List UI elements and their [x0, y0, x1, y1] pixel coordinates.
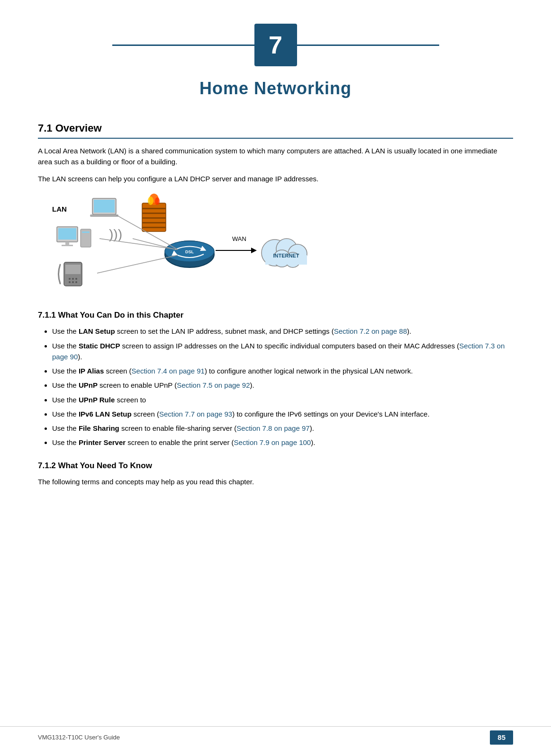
svg-point-18	[148, 196, 154, 205]
section-71-heading: 7.1 Overview	[38, 120, 513, 139]
svg-point-38	[69, 281, 71, 283]
network-diagram: LAN )))	[38, 194, 513, 298]
svg-rect-12	[142, 208, 166, 209]
svg-rect-9	[82, 231, 90, 233]
bold-upnp-rule: UPnP Rule	[79, 396, 115, 404]
link-s75[interactable]: Section 7.5 on page 92	[177, 381, 250, 389]
footer-page-number: 85	[490, 730, 513, 745]
footer: VMG1312-T10C User's Guide 85	[0, 726, 551, 745]
svg-rect-15	[142, 222, 166, 223]
bold-static-dhcp: Static DHCP	[79, 342, 120, 350]
svg-text:WAN: WAN	[232, 235, 246, 242]
svg-text:))): )))	[109, 227, 122, 241]
chapter-number: 7	[254, 24, 297, 66]
section-712-body: The following terms and concepts may hel…	[38, 476, 513, 487]
svg-point-36	[72, 278, 74, 280]
svg-point-37	[75, 278, 77, 280]
svg-rect-14	[142, 217, 166, 219]
section-712-heading: 7.1.2 What You Need To Know	[38, 460, 513, 472]
link-s74[interactable]: Section 7.4 on page 91	[132, 367, 205, 375]
list-item: Use the LAN Setup screen to set the LAN …	[52, 326, 513, 337]
svg-line-43	[97, 255, 178, 273]
section-71-body1: A Local Area Network (LAN) is a shared c…	[38, 145, 513, 168]
bold-printer-server: Printer Server	[79, 438, 126, 446]
section-71-body2: The LAN screens can help you configure a…	[38, 173, 513, 184]
list-item: Use the UPnP Rule screen to	[52, 394, 513, 405]
svg-rect-5	[58, 228, 76, 240]
chapter-line-left	[112, 44, 254, 46]
section-711-heading: 7.1.1 What You Can Do in this Chapter	[38, 309, 513, 321]
bold-upnp: UPnP	[79, 381, 98, 389]
svg-point-39	[72, 281, 74, 283]
list-item: Use the IP Alias screen (Section 7.4 on …	[52, 365, 513, 376]
link-s73[interactable]: Section 7.3 on page 90	[52, 342, 505, 361]
link-s79[interactable]: Section 7.9 on page 100	[234, 438, 311, 446]
svg-marker-25	[251, 248, 257, 253]
svg-text:LAN: LAN	[52, 205, 67, 213]
chapter-number-block: 7	[38, 24, 513, 66]
page: 7 Home Networking 7.1 Overview A Local A…	[0, 0, 551, 756]
chapter-line-right	[297, 44, 439, 46]
bold-file-sharing: File Sharing	[79, 424, 119, 432]
chapter-title: Home Networking	[38, 76, 513, 101]
bold-lan-setup: LAN Setup	[79, 327, 115, 335]
section-711-bullets: Use the LAN Setup screen to set the LAN …	[52, 326, 513, 448]
svg-rect-3	[90, 214, 118, 217]
list-item: Use the Printer Server screen to enable …	[52, 437, 513, 448]
svg-rect-7	[62, 245, 73, 246]
svg-rect-34	[65, 265, 81, 274]
svg-point-19	[155, 197, 160, 205]
footer-product: VMG1312-T10C User's Guide	[38, 733, 120, 742]
svg-point-35	[69, 278, 71, 280]
link-s78[interactable]: Section 7.8 on page 97	[236, 424, 309, 432]
bold-ipv6-lan: IPv6 LAN Setup	[79, 410, 132, 418]
link-s77[interactable]: Section 7.7 on page 93	[159, 410, 232, 418]
svg-rect-6	[65, 242, 69, 245]
svg-rect-16	[142, 227, 166, 228]
svg-point-40	[75, 281, 77, 283]
list-item: Use the File Sharing screen to enable fi…	[52, 423, 513, 434]
link-s72[interactable]: Section 7.2 on page 88	[334, 327, 407, 335]
bold-ip-alias: IP Alias	[79, 367, 104, 375]
chapter-header: 7 Home Networking	[38, 19, 513, 101]
list-item: Use the UPnP screen to enable UPnP (Sect…	[52, 380, 513, 391]
list-item: Use the Static DHCP screen to assign IP …	[52, 340, 513, 363]
network-diagram-svg: LAN )))	[38, 194, 322, 298]
list-item: Use the IPv6 LAN Setup screen (Section 7…	[52, 409, 513, 419]
svg-rect-2	[94, 200, 115, 213]
svg-text:DSL: DSL	[185, 249, 194, 254]
svg-rect-13	[142, 213, 166, 214]
svg-text:INTERNET: INTERNET	[273, 253, 299, 258]
